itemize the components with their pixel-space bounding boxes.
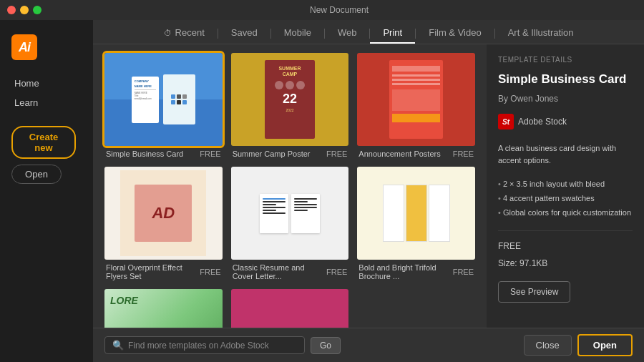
resume-line-2 — [263, 204, 276, 205]
summer-title: SUMMERCAMP — [278, 66, 301, 78]
new-document-dialog: ⏱ Recent Saved Mobile Web Print Film & V… — [93, 20, 644, 362]
resume-line-7 — [294, 201, 308, 202]
tab-film-video[interactable]: Film & Video — [416, 23, 494, 44]
resume-line-6 — [294, 198, 317, 200]
summer-poster-mockup: SUMMERCAMP 22 2022 — [265, 60, 315, 139]
template-item-floral[interactable]: AD Floral Overprint Effect Flyers Set FR… — [104, 167, 223, 280]
close-dialog-button[interactable]: Close — [524, 335, 572, 356]
sun-icon — [275, 81, 283, 89]
bullet-1: 2 × 3.5 inch layout with bleed — [498, 177, 633, 192]
resume-line-3 — [263, 207, 286, 208]
details-section-label: TEMPLATE DETAILS — [498, 56, 633, 64]
open-main-button[interactable]: Open — [577, 334, 633, 356]
details-divider — [498, 230, 633, 231]
template-name: Simple Business Card — [106, 150, 183, 158]
tab-print[interactable]: Print — [370, 23, 415, 44]
content-area: COMPANY NAME HERE NAME HERETitleemail@em… — [93, 44, 644, 362]
template-name-resume: Classic Resume and Cover Letter... — [233, 263, 326, 280]
template-thumb-floral: AD — [104, 167, 223, 260]
bottom-bar: 🔍 Find more templates on Adobe Stock Go … — [93, 328, 644, 362]
go-button[interactable]: Go — [311, 337, 341, 354]
tab-mobile[interactable]: Mobile — [271, 23, 324, 44]
card-mockup-1: COMPANY NAME HERE NAME HERETitleemail@em… — [132, 77, 159, 123]
create-new-button[interactable]: Create new — [11, 126, 76, 159]
template-badge-resume: FREE — [326, 268, 347, 276]
template-grid: COMPANY NAME HERE NAME HERETitleemail@em… — [93, 44, 487, 362]
details-size: Size: 97.1KB — [498, 258, 633, 268]
tree-icon — [286, 81, 294, 89]
trifold-panel-3 — [429, 185, 450, 242]
minimize-window-button[interactable] — [20, 6, 29, 14]
template-badge: FREE — [200, 150, 220, 158]
announce-line-1 — [392, 74, 440, 77]
details-description: A clean business card design with accent… — [498, 142, 633, 166]
template-badge-trifold: FREE — [453, 268, 474, 276]
search-area: 🔍 Find more templates on Adobe Stock Go — [104, 336, 341, 354]
card-mockup-2 — [163, 74, 195, 124]
details-price: FREE — [498, 241, 633, 251]
template-thumb-resume — [231, 167, 349, 260]
template-label-resume: Classic Resume and Cover Letter... FREE — [231, 263, 349, 280]
adobe-stock-label: Adobe Stock — [518, 117, 567, 127]
template-item-resume[interactable]: Classic Resume and Cover Letter... FREE — [231, 167, 349, 280]
template-thumb: COMPANY NAME HERE NAME HERETitleemail@em… — [104, 53, 223, 146]
tab-web[interactable]: Web — [325, 23, 370, 44]
adobe-stock-badge: St — [498, 114, 514, 129]
template-thumb-trifold — [357, 167, 475, 260]
template-badge-announcement: FREE — [453, 150, 474, 158]
announce-mockup — [389, 60, 443, 139]
template-item-trifold[interactable]: Bold and Bright Trifold Brochure ... FRE… — [357, 167, 475, 280]
app-logo: Ai — [11, 34, 37, 60]
summer-year: 2022 — [286, 108, 293, 112]
sidebar-item-learn[interactable]: Learn — [9, 94, 84, 112]
traffic-lights — [7, 6, 42, 14]
floral-mockup: AD — [120, 170, 206, 256]
resume-page-2 — [291, 194, 320, 233]
template-item-announcement[interactable]: Announcement Posters FREE — [357, 53, 475, 158]
details-author: By Owen Jones — [498, 94, 633, 104]
tab-art[interactable]: Art & Illustration — [495, 23, 587, 44]
details-title: Simple Business Card — [498, 72, 633, 87]
template-name-floral: Floral Overprint Effect Flyers Set — [106, 263, 200, 280]
tab-bar: ⏱ Recent Saved Mobile Web Print Film & V… — [93, 20, 644, 44]
resume-line-5 — [263, 212, 286, 214]
search-icon: 🔍 — [112, 340, 124, 351]
template-thumb-announcement — [357, 53, 475, 146]
resume-line-4 — [263, 210, 276, 211]
floral-text: AD — [152, 204, 175, 222]
resume-line-10 — [294, 210, 308, 211]
open-button[interactable]: Open — [11, 165, 62, 184]
resume-line-8 — [294, 204, 317, 205]
template-label-trifold: Bold and Bright Trifold Brochure ... FRE… — [357, 263, 475, 280]
template-badge-floral: FREE — [200, 268, 220, 276]
tab-recent[interactable]: ⏱ Recent — [151, 23, 218, 44]
sidebar-item-home[interactable]: Home — [9, 74, 84, 92]
details-bullets: 2 × 3.5 inch layout with bleed 4 accent … — [498, 177, 633, 220]
title-bar: New Document — [0, 0, 644, 20]
see-preview-button[interactable]: See Preview — [498, 281, 570, 303]
close-window-button[interactable] — [7, 6, 16, 14]
dialog-title: New Document — [42, 5, 637, 15]
template-item-summer-camp[interactable]: SUMMERCAMP 22 2022 Summer Camp Poster FR… — [231, 53, 349, 158]
summer-number: 22 — [283, 92, 297, 105]
resume-header — [263, 198, 286, 200]
resume-line-9 — [294, 207, 317, 208]
bullet-3: Global colors for quick customization — [498, 206, 633, 220]
template-name-trifold: Bold and Bright Trifold Brochure ... — [358, 263, 452, 280]
template-name-announcement: Announcement Posters — [358, 150, 440, 158]
bullet-2: 4 accent pattern swatches — [498, 192, 633, 206]
resume-line-1 — [263, 201, 286, 202]
template-thumb-summer: SUMMERCAMP 22 2022 — [231, 53, 349, 146]
search-box[interactable]: 🔍 Find more templates on Adobe Stock — [104, 336, 305, 354]
template-name-summer: Summer Camp Poster — [233, 150, 311, 158]
sidebar-actions: Create new Open — [0, 126, 93, 184]
details-stock: St Adobe Stock — [498, 114, 633, 129]
template-item-business-card[interactable]: COMPANY NAME HERE NAME HERETitleemail@em… — [104, 53, 223, 158]
template-label-announcement: Announcement Posters FREE — [357, 150, 475, 158]
template-label-floral: Floral Overprint Effect Flyers Set FREE — [104, 263, 223, 280]
tab-saved[interactable]: Saved — [218, 23, 270, 44]
maximize-window-button[interactable] — [33, 6, 42, 14]
trifold-panel-1 — [383, 185, 404, 242]
clock-icon: ⏱ — [164, 29, 172, 37]
announce-line-3 — [392, 83, 440, 85]
